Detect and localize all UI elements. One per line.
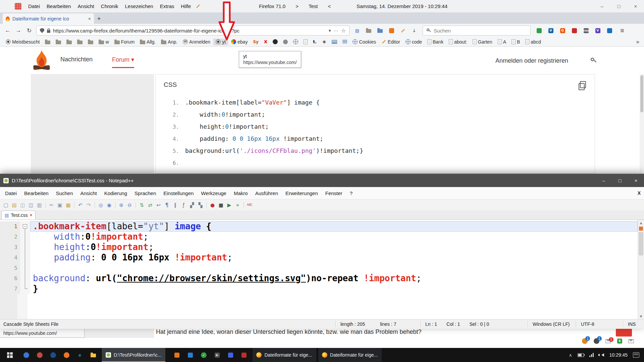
copy-icon[interactable] (580, 81, 586, 88)
bookmark-item[interactable] (340, 39, 350, 45)
sync-horizontal-icon[interactable]: ⇄ (146, 201, 154, 209)
bookmark-item[interactable]: about: (446, 39, 470, 45)
menu-item-hilfe[interactable]: Hilfe (177, 3, 194, 9)
editor-line[interactable]: 5 (0, 263, 644, 273)
ext-blue-icon-button[interactable] (604, 25, 614, 36)
battery-icon[interactable] (578, 353, 584, 357)
lock-icon[interactable] (47, 30, 50, 33)
bookmark-item[interactable] (75, 39, 85, 45)
ext-orange-icon-button[interactable] (386, 25, 396, 36)
sync-folder-icon-button[interactable] (375, 25, 385, 36)
menu-item-datei[interactable]: Datei (25, 3, 43, 9)
minimize-button[interactable]: – (594, 0, 610, 12)
scrollbar-thumb[interactable] (639, 232, 643, 255)
maximize-button[interactable]: □ (610, 0, 627, 12)
npp-menu-item-makro[interactable]: Makro (230, 190, 252, 196)
bookmark-item[interactable]: Bank (425, 39, 446, 45)
npp-close-button[interactable]: × (628, 174, 644, 187)
app-icon-6[interactable]: ▶ (210, 348, 224, 362)
bookmark-item[interactable]: abcd (523, 39, 543, 45)
paste-icon[interactable]: ▦ (64, 201, 72, 209)
forward-button[interactable]: → (13, 25, 23, 36)
bookmark-item[interactable] (291, 39, 301, 45)
red-grid-icon[interactable] (15, 3, 21, 10)
urlbar[interactable]: https://www.camp-firefox.de/forum/thema/… (36, 25, 350, 36)
bookmark-item[interactable] (86, 39, 96, 45)
sync-vertical-icon[interactable]: ⇅ (138, 201, 146, 209)
bookmark-item[interactable]: Garten (470, 39, 495, 45)
app-icon-5[interactable]: ✓ (197, 348, 210, 362)
npp-menu-item-datei[interactable]: Datei (1, 190, 20, 196)
indent-guide-icon[interactable]: ∥ (171, 201, 179, 209)
bookmark-item[interactable]: B (509, 39, 522, 45)
close-button[interactable]: × (627, 0, 644, 12)
tray-expand-icon[interactable]: ∧ (569, 353, 572, 358)
fold-margin-icon[interactable] (20, 273, 30, 284)
file-explorer-icon[interactable] (87, 348, 100, 362)
editor-line[interactable]: 3 height:0!important; (0, 242, 644, 252)
bookmark-item[interactable]: Editor (379, 39, 402, 45)
bookmark-item[interactable] (320, 39, 329, 45)
update-notification-icon[interactable]: 1 (582, 338, 588, 344)
app-icon-4[interactable] (183, 348, 197, 362)
npp-menu-item-werkzeuge[interactable]: Werkzeuge (197, 190, 230, 196)
new-tab-button[interactable]: + (94, 13, 104, 24)
firefox-icon[interactable] (60, 348, 73, 362)
redo-icon[interactable]: ↷ (85, 201, 93, 209)
browser-scrollbar[interactable] (640, 74, 644, 174)
npp-menu-item-sprachen[interactable]: Sprachen (131, 190, 160, 196)
npp-panel-close-button[interactable]: X (638, 190, 641, 196)
taskbar-task[interactable]: Dateiformate für eige... (252, 348, 316, 362)
bookmark-item[interactable] (43, 39, 53, 45)
notepadpp-titlebar[interactable]: D:\Test\Profilordner\chrome\CSS\Test.css… (0, 174, 644, 187)
internet-explorer-icon[interactable]: e (73, 348, 87, 362)
bookmark-item[interactable]: w (96, 39, 111, 45)
forum-action-button[interactable] (616, 328, 632, 337)
editor-line[interactable]: 6background: url("chrome://browser/skin/… (0, 273, 644, 284)
bookmark-item[interactable]: Anp. (159, 39, 180, 45)
ext-css-icon-button[interactable]: css (581, 25, 591, 36)
npp-menu-item-ausführen[interactable]: Ausführen (252, 190, 282, 196)
editor-tab-close-button[interactable]: × (30, 213, 32, 218)
url-text[interactable]: https://www.camp-firefox.de/forum/thema/… (53, 28, 326, 34)
new-file-icon[interactable]: ▢ (2, 201, 10, 209)
ext-q-orange-icon-button[interactable]: Q (557, 25, 568, 36)
ext-green-icon-button[interactable] (534, 25, 544, 36)
forum-search-icon[interactable] (590, 57, 597, 64)
ext-v-purple-icon-button[interactable]: V (593, 25, 603, 36)
run-macro-icon[interactable]: » (234, 201, 241, 209)
record-macro-icon[interactable]: ● (209, 201, 216, 209)
npp-maximize-button[interactable]: □ (612, 174, 628, 187)
editor-line[interactable]: 4 padding: 0 0 16px 16px !important; (0, 252, 644, 263)
editor-line[interactable]: 7} (0, 284, 644, 294)
taskbar-clock[interactable]: 10:29:45 (609, 352, 628, 358)
editor-line[interactable]: 1.bookmark-item[label="yt"] image { (0, 221, 644, 232)
function-list-icon[interactable]: ƒ (180, 201, 187, 209)
fold-margin-icon[interactable] (20, 284, 30, 294)
fold-margin-icon[interactable] (20, 252, 30, 263)
zoom-in-icon[interactable]: ⊕ (117, 201, 125, 209)
npp-menu-item-?[interactable]: ? (346, 190, 356, 196)
ext-red-icon-button[interactable] (569, 25, 579, 36)
bookmark-item[interactable] (53, 39, 63, 45)
cut-icon[interactable]: ✂ (48, 201, 55, 209)
npp-menu-item-einstellungen[interactable]: Einstellungen (160, 190, 197, 196)
editor-line[interactable]: 2 width:0!important; (0, 232, 644, 242)
sync-app-icon[interactable]: S (617, 339, 622, 344)
tracking-protection-icon[interactable] (40, 28, 44, 33)
taskbar-task[interactable]: D:\Test\Profilordner\c... (101, 348, 165, 362)
bookmark-item[interactable] (270, 39, 280, 45)
fold-margin-icon[interactable] (20, 263, 30, 273)
npp-menu-item-suchen[interactable]: Suchen (52, 190, 77, 196)
play-macro-icon[interactable]: ▶ (225, 201, 233, 209)
app-icon-1[interactable] (19, 348, 33, 362)
spell-check-icon[interactable]: ABC (246, 201, 254, 209)
library-icon-button[interactable]: ▤ (352, 25, 362, 36)
menu-item-extras[interactable]: Extras (157, 3, 178, 9)
bookmark-item[interactable]: Anmelden (180, 39, 213, 45)
notepadpp-editor[interactable]: 1.bookmark-item[label="yt"] image {2 wid… (0, 220, 644, 319)
nav-forum[interactable]: Forum ▾ (112, 56, 134, 63)
bookmark-item[interactable] (329, 39, 339, 45)
save-all-icon[interactable]: ◫ (27, 201, 35, 209)
document-switcher-icon[interactable]: ▚ (197, 201, 204, 209)
